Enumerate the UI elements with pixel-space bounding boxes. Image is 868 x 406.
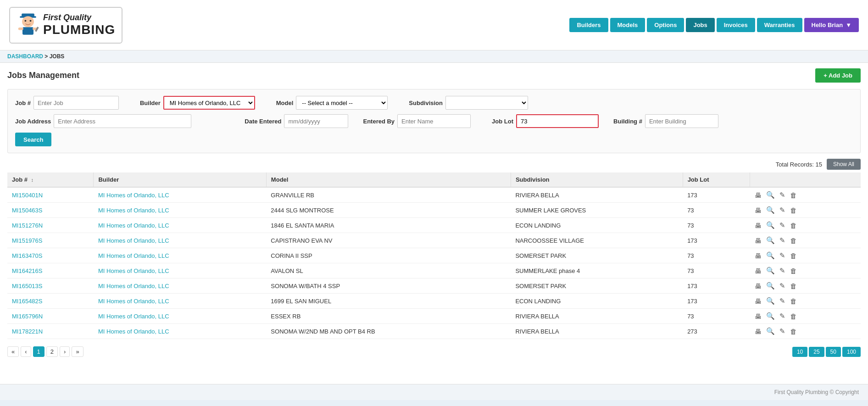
search-button[interactable]: Search (15, 133, 51, 146)
print-icon[interactable]: 🖶 (755, 222, 762, 229)
search-icon[interactable]: 🔍 (766, 251, 775, 260)
job-num-cell[interactable]: MI165482S (7, 294, 94, 309)
delete-icon[interactable]: 🗑 (790, 282, 797, 290)
logo-plumbing-text: PLUMBING (43, 22, 115, 37)
last-page-button[interactable]: » (72, 346, 83, 357)
model-select[interactable]: -- Select a model -- (296, 96, 388, 110)
edit-icon[interactable]: ✎ (779, 312, 785, 320)
filter-form: Job # Builder MI Homes of Orlando, LLC M… (7, 89, 861, 153)
print-icon[interactable]: 🖶 (755, 282, 762, 290)
job-num-cell[interactable]: MI150463S (7, 203, 94, 218)
search-icon[interactable]: 🔍 (766, 221, 775, 229)
builder-select[interactable]: MI Homes of Orlando, LLC (163, 96, 255, 110)
job-num-cell[interactable]: MI165796N (7, 309, 94, 324)
logo-first-quality: First Quality (43, 13, 115, 22)
delete-icon[interactable]: 🗑 (790, 267, 797, 275)
date-entered-input[interactable] (284, 114, 348, 128)
page-2-button[interactable]: 2 (46, 346, 58, 357)
builder-cell[interactable]: MI Homes of Orlando, LLC (94, 233, 266, 248)
builder-cell[interactable]: MI Homes of Orlando, LLC (94, 309, 266, 324)
entered-by-input[interactable] (397, 114, 471, 128)
model-cell: ESSEX RB (266, 309, 511, 324)
print-icon[interactable]: 🖶 (755, 191, 762, 199)
job-address-input[interactable] (54, 114, 191, 128)
delete-icon[interactable]: 🗑 (790, 312, 797, 320)
job-num-cell[interactable]: MI164216S (7, 263, 94, 278)
nav-builders-button[interactable]: Builders (569, 18, 608, 32)
page-size-25-button[interactable]: 25 (809, 347, 824, 357)
nav-warranties-button[interactable]: Warranties (757, 18, 802, 32)
print-icon[interactable]: 🖶 (755, 252, 762, 260)
search-icon[interactable]: 🔍 (766, 236, 775, 245)
nav-jobs-button[interactable]: Jobs (686, 18, 714, 32)
breadcrumb-dashboard[interactable]: DASHBOARD (7, 53, 43, 60)
job-num-cell[interactable]: MI163470S (7, 248, 94, 263)
builder-cell[interactable]: MI Homes of Orlando, LLC (94, 218, 266, 233)
subdivision-select[interactable] (445, 96, 528, 110)
delete-icon[interactable]: 🗑 (790, 191, 797, 199)
job-lot-label: Job Lot (492, 118, 513, 125)
builder-cell[interactable]: MI Homes of Orlando, LLC (94, 278, 266, 294)
job-number-input[interactable] (33, 96, 119, 110)
job-num-cell[interactable]: MI151276N (7, 218, 94, 233)
main-content: Jobs Management + Add Job Job # Builder … (0, 63, 868, 384)
builder-cell[interactable]: MI Homes of Orlando, LLC (94, 324, 266, 339)
job-lot-input[interactable] (516, 114, 599, 128)
job-num-cell[interactable]: MI151976S (7, 233, 94, 248)
job-num-cell[interactable]: MI178221N (7, 324, 94, 339)
job-num-cell[interactable]: MI150401N (7, 187, 94, 203)
subdivision-cell: NARCOOSSEE VILLAGE (511, 233, 683, 248)
print-icon[interactable]: 🖶 (755, 206, 762, 214)
builder-cell[interactable]: MI Homes of Orlando, LLC (94, 187, 266, 203)
delete-icon[interactable]: 🗑 (790, 297, 797, 305)
add-job-button[interactable]: + Add Job (815, 68, 861, 83)
print-icon[interactable]: 🖶 (755, 237, 762, 245)
print-icon[interactable]: 🖶 (755, 297, 762, 305)
edit-icon[interactable]: ✎ (779, 282, 785, 290)
first-page-button[interactable]: « (7, 346, 19, 357)
search-icon[interactable]: 🔍 (766, 327, 775, 335)
edit-icon[interactable]: ✎ (779, 236, 785, 245)
page-size-10-button[interactable]: 10 (792, 347, 807, 357)
col-actions (750, 172, 861, 187)
search-icon[interactable]: 🔍 (766, 206, 775, 214)
edit-icon[interactable]: ✎ (779, 297, 785, 305)
print-icon[interactable]: 🖶 (755, 328, 762, 335)
next-page-button[interactable]: › (60, 346, 70, 357)
edit-icon[interactable]: ✎ (779, 327, 785, 335)
user-menu-button[interactable]: Hello Brian ▼ (804, 18, 859, 32)
prev-page-button[interactable]: ‹ (21, 346, 31, 357)
edit-icon[interactable]: ✎ (779, 251, 785, 260)
edit-icon[interactable]: ✎ (779, 221, 785, 229)
model-cell: AVALON SL (266, 263, 511, 278)
search-icon[interactable]: 🔍 (766, 297, 775, 305)
search-icon[interactable]: 🔍 (766, 312, 775, 320)
building-input[interactable] (645, 114, 718, 128)
print-icon[interactable]: 🖶 (755, 312, 762, 320)
page-size-50-button[interactable]: 50 (826, 347, 841, 357)
print-icon[interactable]: 🖶 (755, 267, 762, 275)
edit-icon[interactable]: ✎ (779, 206, 785, 214)
job-num-label: Job # (15, 100, 31, 106)
show-all-button[interactable]: Show All (827, 159, 861, 170)
search-icon[interactable]: 🔍 (766, 267, 775, 275)
search-icon[interactable]: 🔍 (766, 191, 775, 199)
nav-invoices-button[interactable]: Invoices (717, 18, 755, 32)
delete-icon[interactable]: 🗑 (790, 328, 797, 335)
search-icon[interactable]: 🔍 (766, 282, 775, 290)
job-num-cell[interactable]: MI165013S (7, 278, 94, 294)
page-size-100-button[interactable]: 100 (842, 347, 861, 357)
edit-icon[interactable]: ✎ (779, 267, 785, 275)
delete-icon[interactable]: 🗑 (790, 206, 797, 214)
page-1-button[interactable]: 1 (33, 346, 45, 357)
builder-cell[interactable]: MI Homes of Orlando, LLC (94, 203, 266, 218)
delete-icon[interactable]: 🗑 (790, 237, 797, 245)
delete-icon[interactable]: 🗑 (790, 222, 797, 229)
edit-icon[interactable]: ✎ (779, 191, 785, 199)
builder-cell[interactable]: MI Homes of Orlando, LLC (94, 294, 266, 309)
nav-options-button[interactable]: Options (647, 18, 684, 32)
delete-icon[interactable]: 🗑 (790, 252, 797, 260)
nav-models-button[interactable]: Models (610, 18, 645, 32)
builder-cell[interactable]: MI Homes of Orlando, LLC (94, 263, 266, 278)
builder-cell[interactable]: MI Homes of Orlando, LLC (94, 248, 266, 263)
